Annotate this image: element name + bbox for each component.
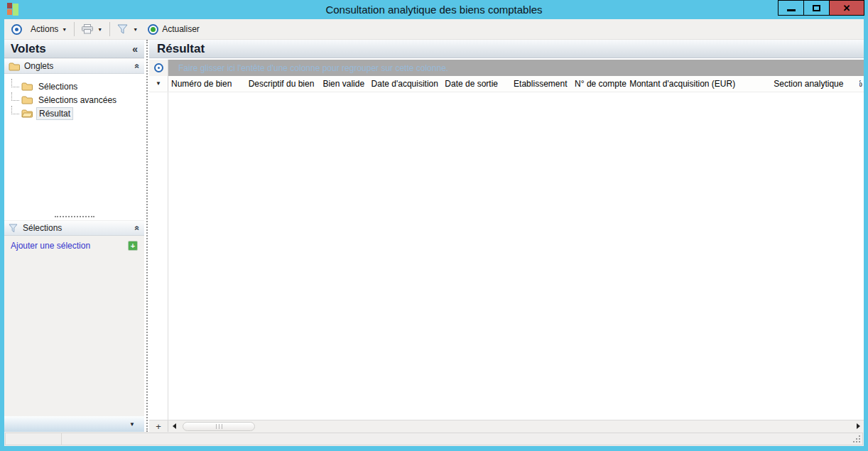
scroll-right-icon xyxy=(857,423,860,429)
target-icon xyxy=(154,63,163,72)
result-header: Résultat xyxy=(149,40,864,58)
print-button[interactable] xyxy=(77,21,97,38)
sidebar-header: Volets « xyxy=(4,40,144,58)
main-panel: Résultat Faire glisser ici l'entête d'un… xyxy=(149,40,864,432)
window-controls: ✕ xyxy=(779,0,864,16)
chevron-down-icon: ▼ xyxy=(133,27,138,32)
grid-indicator-button[interactable] xyxy=(149,60,168,76)
maximize-button[interactable] xyxy=(803,0,830,16)
tree-connector xyxy=(11,92,19,101)
scroll-right-button[interactable] xyxy=(852,420,864,432)
toolbar-separator xyxy=(109,22,110,36)
grid-column-headers: ▼ Numéro de bien Descriptif du bien Bien… xyxy=(149,76,864,92)
target-button[interactable] xyxy=(7,21,26,38)
tree-connector xyxy=(11,79,19,87)
minimize-button[interactable] xyxy=(778,0,804,16)
column-header[interactable]: Descriptif du bien xyxy=(246,76,320,92)
status-bar xyxy=(4,432,864,446)
column-header[interactable]: N° de compte xyxy=(572,76,626,92)
panel-splitter[interactable] xyxy=(4,213,144,220)
folder-open-icon xyxy=(21,109,33,118)
chevron-down-icon: ▼ xyxy=(62,27,67,32)
tree-item-label: Sélections avancées xyxy=(36,94,119,106)
scrollbar-thumb[interactable] xyxy=(183,422,255,431)
column-header[interactable]: Date d'acquisition xyxy=(369,76,443,92)
column-header[interactable]: Etablissement xyxy=(511,76,572,92)
filter-funnel-icon xyxy=(117,24,129,34)
column-header[interactable]: Section analytique xyxy=(758,76,859,92)
toolbar: Actions ▼ ▼ ▼ Actualiser xyxy=(4,19,864,40)
sidebar: Volets « Onglets « Sélections xyxy=(4,40,144,432)
sidebar-title: Volets xyxy=(11,42,46,56)
result-grid: Faire glisser ici l'entête d'une colonne… xyxy=(149,60,864,432)
content-area: Volets « Onglets « Sélections xyxy=(4,40,864,432)
maximize-icon xyxy=(813,5,820,11)
close-icon: ✕ xyxy=(843,4,851,13)
tree-item-resultat[interactable]: Résultat xyxy=(4,107,144,120)
collapse-panel-icon[interactable]: « xyxy=(133,64,143,69)
result-title: Résultat xyxy=(157,42,205,56)
tree-item-selections-avancees[interactable]: Sélections avancées xyxy=(4,93,144,107)
indicator-column-divider xyxy=(168,92,168,420)
tree-item-label: Sélections xyxy=(36,81,80,92)
selections-section-header[interactable]: Sélections « xyxy=(4,220,144,236)
grid-top-row: Faire glisser ici l'entête d'une colonne… xyxy=(149,60,864,76)
window-title: Consultation analytique des biens compta… xyxy=(0,0,868,19)
grid-add-button[interactable]: + xyxy=(149,420,168,432)
printer-icon xyxy=(82,24,93,34)
sidebar-splitter[interactable] xyxy=(144,40,149,432)
onglets-section-header[interactable]: Onglets « xyxy=(4,58,144,74)
chevron-down-icon: ▼ xyxy=(156,81,161,87)
tree-connector xyxy=(11,106,19,114)
group-by-hint: Faire glisser ici l'entête d'une colonne… xyxy=(178,63,448,73)
close-button[interactable]: ✕ xyxy=(829,0,864,16)
column-header[interactable]: Numéro de bien xyxy=(168,76,246,92)
tree-item-selections[interactable]: Sélections xyxy=(4,80,144,93)
grid-horizontal-scrollbar: + xyxy=(149,420,864,432)
chevron-down-icon: ▼ xyxy=(97,27,102,32)
column-header[interactable]: Montant d'acquisition (EUR) xyxy=(626,76,758,92)
folder-icon xyxy=(21,95,33,104)
collapse-sidebar-icon[interactable]: « xyxy=(132,43,138,55)
selections-panel: Ajouter une sélection + xyxy=(4,236,144,416)
actions-menu-button[interactable]: Actions ▼ xyxy=(26,21,71,38)
filter-button[interactable] xyxy=(113,21,133,38)
resize-grip[interactable] xyxy=(859,441,860,442)
actions-label: Actions xyxy=(31,24,58,34)
scroll-left-icon xyxy=(173,423,176,429)
scroll-left-button[interactable] xyxy=(168,420,180,432)
status-cell-main xyxy=(62,433,863,445)
filter-options-button[interactable]: ▼ xyxy=(133,21,142,38)
status-cell-left xyxy=(5,433,62,445)
grid-customize-button[interactable]: ▼ xyxy=(149,76,168,92)
onglets-section-title: Onglets xyxy=(24,61,53,71)
scroll-down-icon[interactable]: ▼ xyxy=(129,421,135,428)
refresh-button[interactable]: Actualiser xyxy=(143,21,204,38)
refresh-label: Actualiser xyxy=(162,24,200,34)
scrollbar-grip-icon xyxy=(216,424,222,429)
toolbar-separator xyxy=(74,22,75,36)
column-header[interactable]: Date de sortie xyxy=(442,76,511,92)
column-header[interactable]: % xyxy=(859,76,864,92)
folder-icon xyxy=(21,82,33,91)
title-bar: Consultation analytique des biens compta… xyxy=(0,0,868,19)
add-selection-link[interactable]: Ajouter une sélection xyxy=(11,241,90,251)
group-by-panel[interactable]: Faire glisser ici l'entête d'une colonne… xyxy=(168,60,864,76)
grid-body xyxy=(149,92,864,420)
folder-icon xyxy=(9,62,20,71)
add-selection-row: Ajouter une sélection + xyxy=(4,236,144,255)
sidebar-scroll-bar: ▼ xyxy=(4,416,144,432)
minimize-icon xyxy=(787,9,796,11)
add-selection-plus-button[interactable]: + xyxy=(128,241,138,251)
print-options-button[interactable]: ▼ xyxy=(97,21,107,38)
onglets-tree: Sélections Sélections avancées Résultat xyxy=(4,74,144,213)
scrollbar-track[interactable] xyxy=(180,420,852,432)
filter-funnel-icon xyxy=(9,224,18,233)
refresh-icon xyxy=(148,24,158,35)
selections-section-title: Sélections xyxy=(23,223,62,233)
target-icon xyxy=(11,24,22,35)
tree-item-label: Résultat xyxy=(36,107,73,120)
column-header[interactable]: Bien valide xyxy=(320,76,368,92)
collapse-panel-icon[interactable]: « xyxy=(133,226,143,231)
